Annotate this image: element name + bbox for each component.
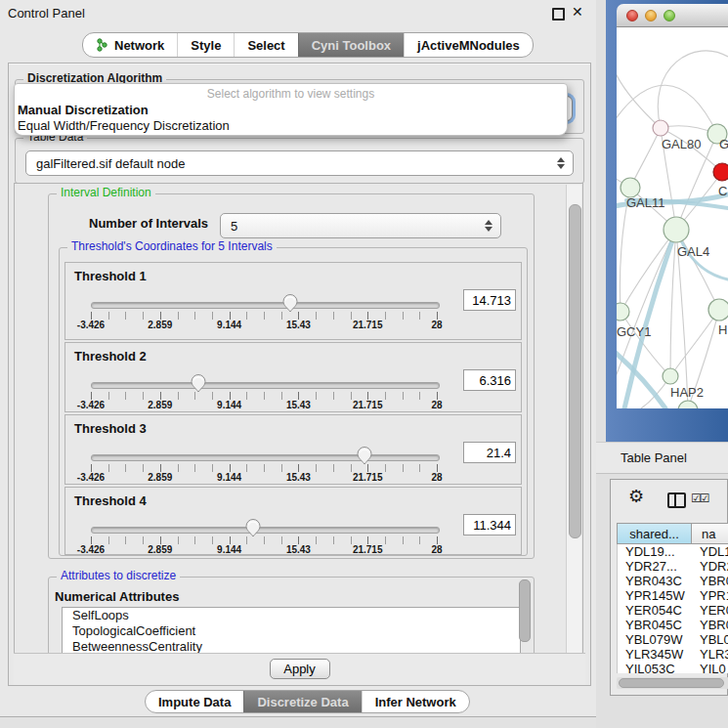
table-row[interactable]: YDR27... YDR2 [618, 559, 728, 574]
table-data-combobox[interactable]: galFiltered.sif default node [25, 150, 574, 176]
slider-handle-glyph [356, 446, 373, 465]
interval-definition-group-label: Interval Definition [57, 186, 155, 199]
table-body: YDL19... YDL1 YDR27... YDR2 YBR043C YBR0… [617, 544, 728, 673]
tab-impute-data[interactable]: Impute Data [146, 691, 243, 712]
numerical-attributes-list[interactable]: SelfLoops TopologicalCoefficient Between… [62, 607, 521, 655]
threshold-panel: Threshold 2 -3.426 2.859 9.144 15.43 21.… [64, 342, 522, 412]
table-cell-shared-name: YDR27... [618, 559, 693, 574]
tab-discretize-data[interactable]: Discretize Data [243, 691, 361, 712]
node-hap2[interactable] [663, 368, 678, 384]
show-columns-icon[interactable] [667, 492, 686, 508]
network-view-window: GAL80 GA C GAL11 GAL4 GCY1 H HAP2 [606, 0, 728, 442]
table-data-combobox-value: galFiltered.sif default node [36, 156, 185, 171]
node-gal4[interactable] [664, 217, 689, 242]
node-label-partial-top: GA [719, 137, 728, 151]
slider-ticks [91, 392, 439, 400]
slider-handle-glyph [244, 518, 262, 537]
tab-style[interactable]: Style [177, 33, 234, 57]
node-label-partial-c: C [718, 184, 727, 198]
table-cell-name: YDL1 [693, 544, 728, 559]
table-row[interactable]: YLR345W YLR3 [618, 647, 728, 662]
threshold-value-field[interactable] [463, 289, 516, 311]
slider-ticks [91, 464, 439, 472]
table-row[interactable]: YIL053C YIL0 [618, 662, 728, 673]
node-label-hap2: HAP2 [670, 385, 704, 400]
slider-ticks [91, 312, 439, 320]
slider-handle[interactable] [356, 446, 373, 465]
tab-jactivemnodules[interactable]: jActiveMNodules [404, 33, 533, 57]
tab-impute-data-label: Impute Data [158, 695, 231, 709]
threshold-value-field[interactable] [463, 369, 516, 391]
number-of-intervals-label: Number of Intervals [89, 216, 208, 231]
table-row[interactable]: YBL079W YBL0 [618, 632, 728, 647]
zoom-traffic-light-icon[interactable] [664, 10, 675, 21]
node-label-gal4: GAL4 [677, 244, 709, 259]
table-row[interactable]: YER054C YER0 [618, 603, 728, 618]
table-cell-name: YBR0 [693, 574, 728, 588]
threshold-panel: Threshold 3 -3.426 2.859 9.144 15.43 21.… [64, 414, 522, 485]
attribute-list-item[interactable]: SelfLoops [63, 608, 520, 623]
tab-select[interactable]: Select [234, 33, 297, 57]
threshold-label: Threshold 3 [74, 421, 147, 436]
slider-handle[interactable] [281, 293, 299, 313]
apply-button[interactable]: Apply [270, 659, 330, 679]
table-row[interactable]: YDL19... YDL1 [618, 544, 728, 559]
tab-infer-network[interactable]: Infer Network [362, 691, 469, 712]
threshold-panel: Threshold 1 -3.426 2.859 9.144 15.43 21.… [64, 262, 522, 340]
slider-handle[interactable] [190, 373, 207, 393]
table-cell-shared-name: YBR043C [618, 574, 693, 588]
table-panel-titlebar: Table Panel [596, 442, 728, 474]
slider-handle[interactable] [244, 518, 262, 537]
node-label-partial-h: H [718, 322, 727, 337]
stepper-arrows-icon [485, 220, 492, 232]
network-labels: GAL80 GA C GAL11 GAL4 GCY1 H HAP2 [617, 137, 728, 400]
number-of-intervals-combobox[interactable]: 5 [220, 213, 501, 238]
table-cell-shared-name: YBL079W [618, 632, 693, 647]
close-icon[interactable]: ✕ [572, 4, 583, 20]
node-gal11[interactable] [621, 178, 640, 197]
threshold-value-field[interactable] [463, 442, 516, 463]
close-traffic-light-icon[interactable] [626, 10, 638, 21]
node-gcy1[interactable] [617, 303, 629, 321]
threshold-value-field[interactable] [463, 514, 516, 535]
threshold-label: Threshold 1 [74, 269, 147, 283]
node-selected-red[interactable] [713, 163, 728, 181]
float-window-icon[interactable] [552, 8, 565, 21]
tab-discretize-data-label: Discretize Data [257, 695, 348, 709]
node-label-gcy1: GCY1 [617, 324, 651, 339]
slider-rail [91, 373, 437, 393]
attributes-list-scrollbar[interactable] [519, 579, 531, 642]
algorithm-option-equal-width[interactable]: Equal Width/Frequency Discretization [18, 118, 230, 133]
column-header-shared-name[interactable]: shared... [617, 523, 692, 544]
tab-network-label: Network [114, 38, 164, 53]
node-bottom-partial[interactable] [678, 401, 698, 408]
settings-scroll-area: Interval Definition Number of Intervals … [14, 183, 583, 655]
table-panel-window: ⚙ ☑☑ shared... na YDL19... YDL1 YDR27...… [610, 479, 728, 696]
table-hscrollbar-thumb[interactable] [619, 678, 724, 688]
slider-handle-glyph [190, 373, 207, 393]
gear-icon[interactable]: ⚙ [628, 488, 644, 505]
tab-cyni-toolbox[interactable]: Cyni Toolbox [298, 33, 404, 57]
attribute-list-item[interactable]: TopologicalCoefficient [63, 623, 520, 639]
algorithm-option-manual[interactable]: Manual Discretization [18, 103, 149, 117]
table-cell-shared-name: YPR145W [618, 588, 693, 603]
table-cell-name: YLR3 [693, 647, 728, 662]
table-row[interactable]: YBR045C YBR0 [618, 618, 728, 632]
table-row[interactable]: YBR043C YBR0 [618, 574, 728, 588]
minimize-traffic-light-icon[interactable] [645, 10, 657, 21]
table-cell-shared-name: YER054C [618, 603, 693, 618]
column-header-name[interactable]: na [692, 523, 728, 544]
node-gal80[interactable] [653, 120, 668, 136]
table-cell-name: YER0 [693, 603, 728, 618]
network-window-titlebar[interactable] [617, 4, 728, 27]
select-columns-checkboxes-icon[interactable]: ☑☑ [691, 492, 708, 505]
network-icon [96, 38, 108, 52]
network-canvas[interactable]: GAL80 GA C GAL11 GAL4 GCY1 H HAP2 [617, 27, 728, 408]
table-row[interactable]: YPR145W YPR1 [618, 588, 728, 603]
slider-rail [91, 518, 437, 537]
tab-network[interactable]: Network [83, 33, 177, 57]
node-right-mid[interactable] [708, 299, 728, 321]
node-label-gal11: GAL11 [626, 195, 665, 210]
slider-rail [91, 446, 437, 465]
settings-scrollbar-thumb[interactable] [569, 204, 581, 538]
